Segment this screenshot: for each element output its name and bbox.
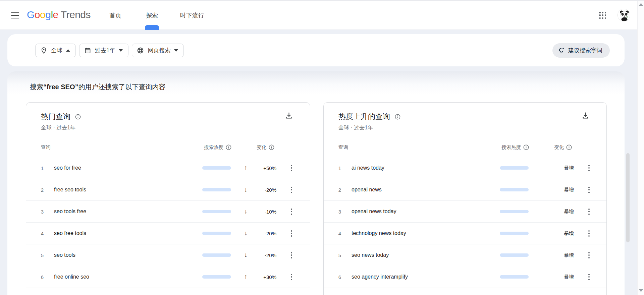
row-more-options-icon[interactable]	[584, 185, 594, 194]
row-volume-bar	[202, 253, 231, 257]
logo-letter: o	[35, 9, 40, 20]
search-type-filter-value: 网页搜索	[148, 47, 170, 54]
table-row[interactable]: 4 technology news today 暴增	[324, 223, 606, 244]
menu-icon[interactable]	[11, 12, 19, 18]
row-query-link[interactable]: technology news today	[352, 230, 406, 236]
row-volume-bar	[500, 275, 529, 279]
row-query-link[interactable]: free seo tools	[54, 187, 86, 193]
tab-home[interactable]: 首页	[109, 11, 121, 19]
info-icon[interactable]	[268, 144, 275, 151]
table-row[interactable]: 6 seo agency interamplify 暴增	[324, 266, 606, 288]
chevron-down-icon	[119, 49, 123, 52]
row-change-arrow-icon: ↓	[241, 186, 251, 193]
google-apps-icon[interactable]	[599, 12, 606, 19]
row-more-options-icon[interactable]	[287, 250, 296, 260]
tab-explore[interactable]: 探索	[146, 11, 158, 19]
row-query-link[interactable]: seo tools free	[54, 209, 86, 215]
row-more-options-icon[interactable]	[584, 272, 594, 282]
download-button[interactable]	[580, 110, 591, 121]
row-volume-bar	[500, 253, 529, 257]
results-heading: 搜索“free SEO”的用户还搜索了以下查询内容	[30, 82, 165, 92]
time-filter-dropdown[interactable]: 过去1年	[79, 44, 128, 57]
logo-letter: G	[27, 9, 35, 20]
row-rank: 4	[336, 231, 343, 236]
row-more-options-icon[interactable]	[584, 163, 594, 173]
info-icon[interactable]	[75, 114, 81, 120]
row-change-arrow-icon: ↑	[241, 164, 251, 172]
user-avatar[interactable]	[618, 9, 630, 21]
info-icon[interactable]	[566, 144, 572, 151]
table-row[interactable]: 5 seo tools ↓ -20%	[26, 244, 310, 266]
row-more-options-icon[interactable]	[584, 207, 594, 216]
scroll-up-arrow-icon[interactable]	[639, 3, 643, 6]
region-filter-dropdown[interactable]: 全球	[35, 44, 76, 57]
logo-letter: e	[53, 9, 58, 20]
table-row[interactable]: 3 openai news today 暴增	[324, 201, 606, 223]
row-change-value: -10%	[254, 209, 276, 215]
row-change-value: 暴增	[552, 209, 574, 215]
scrollbar-thumb[interactable]	[626, 153, 630, 242]
row-more-options-icon[interactable]	[584, 229, 594, 238]
heading-query-term: “free SEO”	[43, 83, 78, 91]
table-row[interactable]: 3 seo tools free ↓ -10%	[26, 201, 310, 223]
row-change-arrow-icon: ↓	[241, 208, 251, 215]
row-query-link[interactable]: free online seo	[54, 274, 89, 280]
browser-scrollbar-track[interactable]	[637, 0, 644, 295]
table-row[interactable]: 6 free online seo ↑ +30%	[26, 266, 310, 288]
heading-prefix: 搜索	[30, 83, 43, 91]
row-change-value: -20%	[254, 252, 276, 258]
google-trends-logo[interactable]: GoogleTrends	[27, 9, 91, 20]
row-volume-bar	[500, 188, 529, 191]
row-more-options-icon[interactable]	[287, 272, 296, 282]
row-query-link[interactable]: openai news today	[352, 209, 396, 215]
row-query-link[interactable]: seo for free	[54, 165, 81, 171]
row-query-link[interactable]: seo tools	[54, 252, 75, 258]
row-rank: 5	[39, 252, 46, 258]
table-row[interactable]: 5 seo news today 暴增	[324, 244, 606, 266]
table-row[interactable]: 2 free seo tools ↓ -20%	[26, 179, 310, 201]
heading-suffix: 的用户还搜索了以下查询内容	[78, 83, 165, 91]
logo-letter: o	[40, 9, 45, 20]
trends-logo-text: Trends	[61, 9, 91, 20]
row-more-options-icon[interactable]	[287, 185, 296, 194]
column-query: 查询	[41, 144, 51, 151]
tab-trending-now[interactable]: 时下流行	[180, 11, 204, 19]
row-query-link[interactable]: ai news today	[352, 165, 384, 171]
row-query-link[interactable]: openai news	[352, 187, 382, 193]
globe-icon	[137, 47, 144, 54]
card-title: 热度上升的查询	[338, 112, 390, 122]
card-scope-label: 全球 · 过去1年	[324, 122, 606, 131]
row-more-options-icon[interactable]	[287, 207, 296, 216]
info-icon[interactable]	[394, 114, 401, 120]
row-query-link[interactable]: seo news today	[352, 252, 389, 258]
table-row[interactable]: 4 seo free tools ↓ -20%	[26, 223, 310, 244]
row-query-link[interactable]: seo agency interamplify	[352, 274, 408, 280]
panda-avatar-image	[618, 9, 630, 21]
table-row[interactable]: 2 openai news 暴增	[324, 179, 606, 201]
top-app-bar: GoogleTrends 首页 探索 时下流行	[0, 1, 637, 30]
search-type-filter-dropdown[interactable]: 网页搜索	[132, 44, 184, 57]
row-change-value: +30%	[254, 274, 276, 280]
row-more-options-icon[interactable]	[287, 229, 296, 238]
table-row[interactable]: 1 ai news today 暴增	[324, 157, 606, 179]
row-more-options-icon[interactable]	[584, 250, 594, 260]
column-query: 查询	[338, 144, 348, 151]
filter-panel: 全球 过去1年 网页搜索	[7, 34, 625, 66]
row-volume-bar	[202, 275, 231, 279]
row-change-arrow-icon: ↓	[241, 251, 251, 259]
chevron-up-icon	[66, 49, 70, 52]
row-volume-bar	[202, 188, 231, 191]
table-row[interactable]: 1 seo for free ↑ +50%	[26, 157, 310, 179]
scroll-down-arrow-icon[interactable]	[639, 289, 643, 292]
row-more-options-icon[interactable]	[287, 163, 296, 173]
column-change: 变化	[528, 144, 572, 151]
chevron-down-icon	[174, 49, 178, 52]
column-volume: 搜索热度	[177, 144, 232, 151]
row-volume-bar	[202, 210, 231, 213]
filter-chips: 全球 过去1年 网页搜索	[35, 44, 184, 57]
suggest-search-terms-button[interactable]: 建议搜索字词	[552, 43, 610, 58]
location-pin-icon	[40, 47, 47, 54]
row-query-link[interactable]: seo free tools	[54, 230, 86, 236]
card-scope-label: 全球 · 过去1年	[26, 122, 310, 131]
download-button[interactable]	[283, 110, 294, 121]
